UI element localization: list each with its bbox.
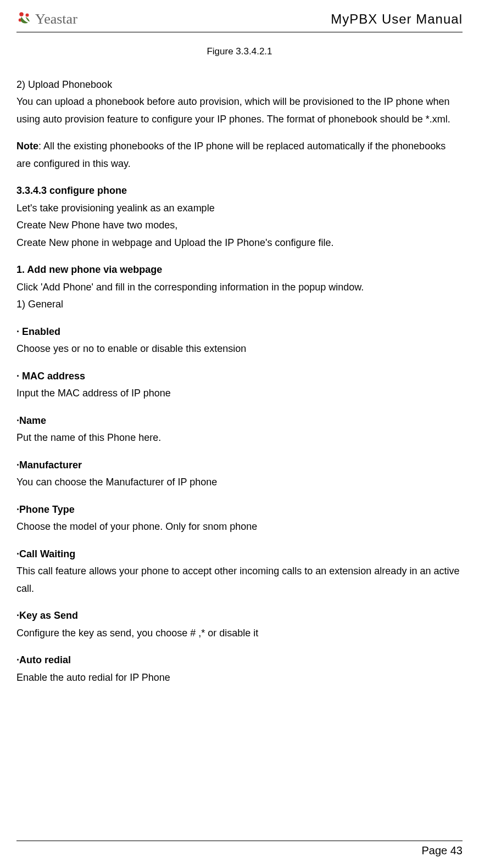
document-title: MyPBX User Manual (331, 12, 463, 27)
field-desc: Choose yes or no to enable or disable th… (16, 340, 463, 358)
note-label: Note (16, 141, 38, 152)
field-label: · MAC address (16, 368, 463, 385)
configure-heading: 3.3.4.3 configure phone (16, 182, 463, 200)
figure-caption: Figure 3.3.4.2.1 (16, 43, 463, 60)
add-new-phone-section: 1. Add new phone via webpage Click 'Add … (16, 261, 463, 313)
note-body: : All the existing phonebooks of the IP … (16, 141, 445, 169)
configure-line1: Let's take provisioning yealink as an ex… (16, 200, 463, 217)
field-desc: Put the name of this Phone here. (16, 429, 463, 447)
field-desc: Enable the auto redial for IP Phone (16, 669, 463, 687)
field-desc: You can choose the Manufacturer of IP ph… (16, 474, 463, 491)
field-label: ·Key as Send (16, 607, 463, 625)
svg-point-1 (26, 14, 29, 17)
page-number: Page 43 (16, 844, 463, 857)
note-section: Note: All the existing phonebooks of the… (16, 138, 463, 172)
configure-phone-section: 3.3.4.3 configure phone Let's take provi… (16, 182, 463, 251)
field-enabled: · Enabled Choose yes or no to enable or … (16, 323, 463, 358)
field-manufacturer: ·Manufacturer You can choose the Manufac… (16, 457, 463, 491)
addnew-heading: 1. Add new phone via webpage (16, 261, 463, 279)
field-auto-redial: ·Auto redial Enable the auto redial for … (16, 652, 463, 686)
upload-heading: 2) Upload Phonebook (16, 76, 463, 94)
field-label: ·Auto redial (16, 652, 463, 669)
field-call-waiting: ·Call Waiting This call feature allows y… (16, 546, 463, 598)
field-name: ·Name Put the name of this Phone here. (16, 412, 463, 447)
field-label: ·Name (16, 412, 463, 430)
upload-body: You can upload a phonebook before auto p… (16, 93, 463, 128)
field-label: ·Manufacturer (16, 457, 463, 474)
note-paragraph: Note: All the existing phonebooks of the… (16, 138, 463, 172)
field-key-as-send: ·Key as Send Configure the key as send, … (16, 607, 463, 642)
svg-point-0 (19, 12, 24, 16)
yeastar-logo-icon (16, 11, 33, 27)
field-desc: Input the MAC address of IP phone (16, 385, 463, 402)
field-label: ·Call Waiting (16, 546, 463, 563)
page-content: Figure 3.3.4.2.1 2) Upload Phonebook You… (16, 43, 463, 686)
field-label: · Enabled (16, 323, 463, 341)
page-header: Yeastar MyPBX User Manual (16, 11, 463, 32)
field-desc: This call feature allows your phone to a… (16, 563, 463, 597)
configure-line2: Create New Phone have two modes, (16, 217, 463, 234)
upload-phonebook-section: 2) Upload Phonebook You can upload a pho… (16, 76, 463, 128)
configure-line3: Create New phone in webpage and Upload t… (16, 234, 463, 252)
brand-logo: Yeastar (16, 11, 77, 27)
field-desc: Choose the model of your phone. Only for… (16, 518, 463, 536)
addnew-line2: 1) General (16, 296, 463, 313)
addnew-line1: Click 'Add Phone' and fill in the corres… (16, 279, 463, 296)
page-footer: Page 43 (16, 841, 463, 857)
field-desc: Configure the key as send, you choose # … (16, 625, 463, 642)
field-mac-address: · MAC address Input the MAC address of I… (16, 368, 463, 402)
footer-divider (16, 841, 463, 841)
brand-name: Yeastar (35, 11, 77, 27)
field-phone-type: ·Phone Type Choose the model of your pho… (16, 501, 463, 536)
field-label: ·Phone Type (16, 501, 463, 519)
